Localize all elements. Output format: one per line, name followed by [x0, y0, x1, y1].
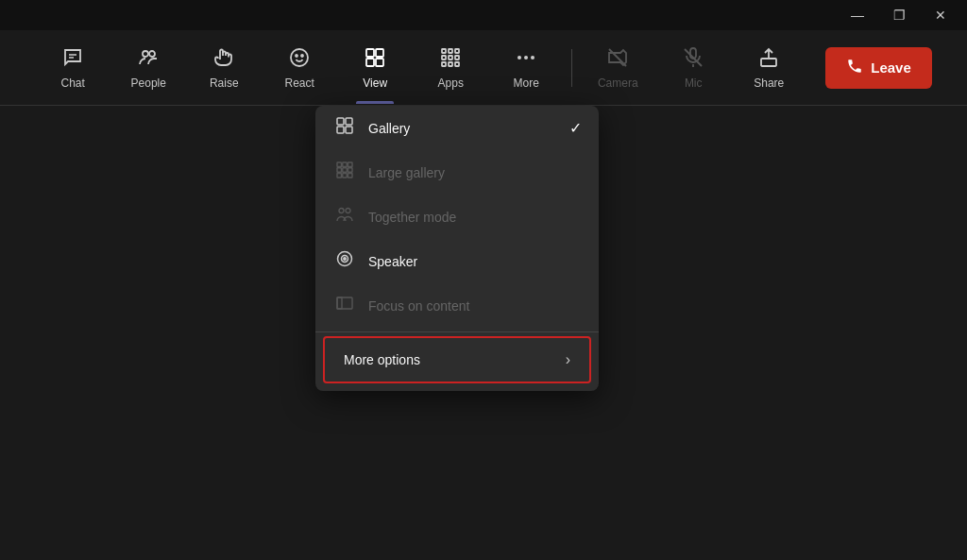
toolbar-separator [571, 49, 572, 87]
svg-rect-32 [337, 162, 342, 167]
toolbar-react-button[interactable]: React [262, 32, 337, 104]
more-options-chevron-icon: › [566, 351, 570, 368]
react-label: React [285, 76, 314, 90]
svg-point-6 [301, 55, 303, 57]
large-gallery-label: Large gallery [368, 165, 445, 180]
svg-rect-47 [337, 297, 342, 309]
leave-button[interactable]: Leave [825, 47, 932, 89]
people-label: People [131, 76, 166, 90]
gallery-label: Gallery [368, 121, 410, 136]
gallery-check-icon: ✓ [569, 119, 582, 137]
dropdown-divider [315, 331, 599, 332]
svg-rect-19 [455, 62, 459, 66]
raise-label: Raise [210, 76, 239, 90]
dropdown-focus-on-content-item[interactable]: Focus on content [315, 283, 599, 328]
svg-rect-34 [348, 162, 353, 167]
svg-point-22 [531, 56, 534, 59]
svg-rect-17 [442, 62, 446, 66]
dropdown-more-options-item[interactable]: More options › [323, 336, 591, 383]
svg-point-21 [524, 56, 528, 59]
together-mode-label: Together mode [368, 210, 456, 225]
toolbar-chat-button[interactable]: Chat [35, 32, 110, 104]
svg-rect-30 [337, 127, 344, 133]
svg-rect-9 [366, 59, 374, 66]
speaker-icon [334, 250, 355, 272]
svg-line-23 [609, 49, 626, 66]
maximize-button[interactable]: ❐ [880, 2, 918, 28]
focus-on-content-icon [334, 295, 355, 316]
apps-label: Apps [438, 76, 464, 90]
svg-point-20 [517, 56, 521, 59]
together-mode-icon [334, 206, 355, 228]
svg-rect-13 [455, 49, 459, 53]
svg-point-2 [143, 51, 148, 57]
toolbar-share-button[interactable]: Share [731, 32, 806, 104]
share-icon [757, 46, 780, 73]
svg-rect-36 [343, 168, 348, 173]
svg-rect-14 [442, 56, 446, 59]
leave-phone-icon [846, 58, 863, 77]
mic-icon [682, 46, 704, 73]
camera-label: Camera [598, 76, 638, 90]
close-button[interactable]: ✕ [922, 2, 959, 28]
svg-point-5 [296, 55, 297, 57]
dropdown-large-gallery-item[interactable]: Large gallery [315, 150, 599, 195]
toolbar: Chat People [0, 30, 967, 106]
svg-point-4 [291, 49, 308, 66]
chat-icon [61, 46, 84, 73]
svg-rect-18 [449, 62, 452, 66]
toolbar-people-button[interactable]: People [110, 32, 186, 104]
more-icon [515, 46, 537, 73]
view-dropdown: Gallery ✓ Large gallery [315, 106, 599, 391]
svg-point-42 [346, 209, 350, 213]
svg-rect-37 [348, 168, 353, 173]
dropdown-speaker-item[interactable]: Speaker [315, 239, 599, 283]
svg-rect-33 [343, 162, 348, 167]
leave-label: Leave [871, 59, 911, 76]
view-label: View [363, 76, 387, 90]
svg-rect-27 [761, 59, 776, 66]
svg-rect-16 [455, 56, 459, 59]
svg-rect-15 [449, 56, 452, 59]
svg-rect-39 [343, 174, 348, 178]
dropdown-together-mode-item[interactable]: Together mode [315, 195, 599, 239]
svg-rect-40 [348, 174, 353, 178]
toolbar-raise-button[interactable]: Raise [186, 32, 262, 104]
more-options-label: More options [344, 352, 420, 367]
react-icon [288, 46, 311, 73]
title-bar: — ❐ ✕ [0, 0, 967, 30]
toolbar-camera-button[interactable]: Camera [580, 32, 655, 104]
svg-point-3 [149, 51, 155, 57]
toolbar-view-button[interactable]: View [337, 32, 413, 104]
svg-rect-10 [376, 59, 383, 66]
svg-rect-46 [337, 297, 352, 309]
more-label: More [514, 76, 539, 90]
focus-on-content-label: Focus on content [368, 298, 469, 314]
toolbar-mic-button[interactable]: Mic [655, 32, 731, 104]
people-icon [137, 46, 160, 73]
svg-point-41 [339, 209, 344, 213]
svg-rect-12 [449, 49, 452, 53]
mic-label: Mic [685, 76, 703, 90]
share-label: Share [754, 76, 784, 90]
view-icon [364, 46, 386, 73]
svg-rect-11 [442, 49, 446, 53]
chat-label: Chat [61, 76, 85, 90]
svg-rect-31 [346, 127, 352, 133]
gallery-icon [334, 117, 355, 139]
svg-rect-35 [337, 168, 342, 173]
apps-icon [439, 46, 462, 73]
large-gallery-icon [334, 161, 355, 183]
raise-icon [212, 46, 235, 73]
svg-rect-29 [346, 118, 352, 125]
speaker-label: Speaker [368, 254, 417, 269]
minimize-button[interactable]: — [839, 2, 876, 28]
dropdown-gallery-item[interactable]: Gallery ✓ [315, 106, 599, 150]
svg-point-45 [344, 258, 346, 260]
toolbar-apps-button[interactable]: Apps [413, 32, 488, 104]
toolbar-more-button[interactable]: More [488, 32, 564, 104]
camera-icon [606, 46, 629, 73]
svg-rect-38 [337, 174, 342, 178]
svg-rect-7 [366, 49, 374, 57]
svg-rect-28 [337, 118, 344, 125]
